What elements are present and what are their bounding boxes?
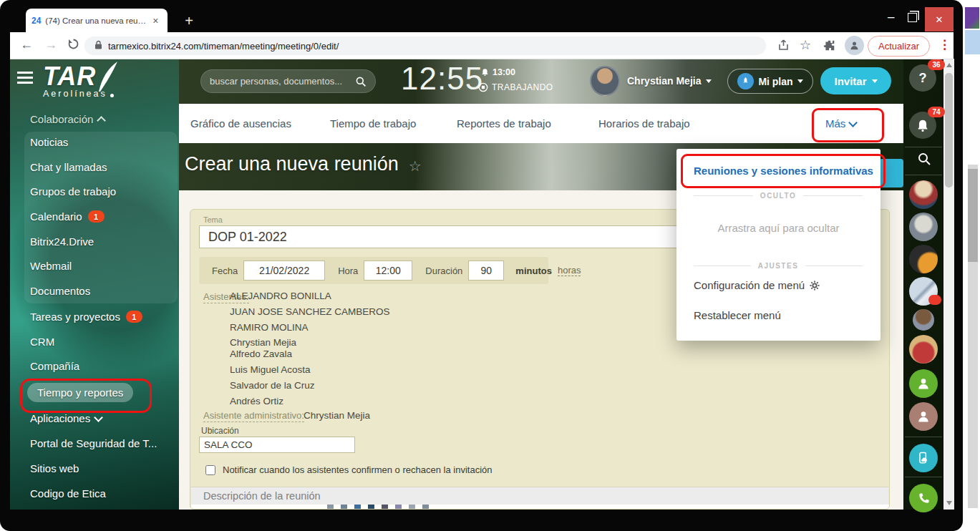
scrollbar-up-arrow[interactable] [946,63,952,67]
user-name-menu[interactable]: Chrystian Mejia [627,75,712,87]
work-clock[interactable]: 12:55 [401,61,483,97]
nav-tab-grafico-ausencias[interactable]: Gráfico de ausencias [190,117,291,130]
back-icon[interactable]: ← [20,37,33,52]
sidebar-item-sitios-web[interactable]: Sitios web [30,462,79,474]
sidebar-item-aplicaciones[interactable]: Aplicaciones [30,412,102,424]
scrollbar-thumb[interactable] [945,73,953,187]
hidden-action-button-fragment[interactable] [879,159,903,187]
sidebar-item-chat[interactable]: Chat y llamadas [30,161,107,173]
actualizar-label: Actualizar [878,41,919,52]
hora-input[interactable] [364,260,412,281]
sidebar-item-portal-seguridad[interactable]: Portal de Seguridad de T... [30,437,157,449]
sidebar-item-label: Noticias [30,136,68,148]
editor-icon[interactable] [422,505,429,510]
sidebar-item-noticias[interactable]: Noticias [30,136,68,148]
contact-person-icon[interactable] [909,369,938,398]
fecha-input[interactable] [243,260,325,281]
asistente-name[interactable]: Alfredo Zavala [230,349,390,364]
browser-menu-dots-icon[interactable]: ⋮ [938,37,951,52]
mi-plan-label: Mi plan [758,76,792,87]
sidebar-item-calendario[interactable]: Calendario 1 [30,210,105,223]
editor-icon[interactable] [368,505,374,510]
contact-person-icon[interactable] [909,402,938,431]
screenshot-root: 24 (74) Crear una nueva reunión × + – ✕ … [0,0,980,531]
window-restore-button[interactable] [908,13,917,22]
scrollbar-down-arrow[interactable] [946,501,952,505]
browser-tab[interactable]: 24 (74) Crear una nueva reunión × [26,9,168,32]
nav-tab-horarios-trabajo[interactable]: Horarios de trabajo [598,117,690,130]
telephony-button[interactable] [909,484,938,512]
work-status-row[interactable]: TRABAJANDO [478,82,553,92]
rail-search-icon[interactable] [917,152,931,169]
tar-logo-subtext: Aerolíneas [43,89,107,99]
chat-avatar[interactable] [909,245,938,273]
hamburger-menu-icon[interactable] [17,72,33,84]
menu-item-label: Configuración de menú [694,279,805,291]
asistente-name[interactable]: Luis Miguel Acosta [230,364,390,380]
asistente-name[interactable]: Andrés Ortiz [230,396,390,411]
asistente-name[interactable]: JUAN JOSE SANCHEZ CAMBEROS [230,306,390,322]
sidebar-item-grupos[interactable]: Grupos de trabajo [30,185,116,198]
actualizar-button[interactable]: Actualizar [868,36,930,57]
editor-icon[interactable] [395,505,402,510]
asistente-name[interactable]: ALEJANDRO BONILLA [230,291,390,306]
extensions-puzzle-icon[interactable] [823,39,835,54]
chat-avatar[interactable] [909,213,938,241]
tar-logo[interactable]: TAR Aerolíneas [43,60,119,99]
favorite-star-icon[interactable]: ☆ [409,157,422,175]
sidebar-item-drive[interactable]: Bitrix24.Drive [30,235,94,248]
sidebar-item-webmail[interactable]: Webmail [30,260,72,272]
sidebar-item-codigo-etica[interactable]: Codigo de Etica [30,487,106,500]
sidebar-item-tareas[interactable]: Tareas y proyectos 1 [30,311,142,323]
chevron-down-icon [797,79,803,83]
sidebar-item-label: Tareas y proyectos [30,311,120,323]
menu-item-reuniones[interactable]: Reuniones y sesiones informativas [694,165,873,177]
share-icon[interactable] [777,39,790,54]
editor-icon[interactable] [409,505,415,510]
menu-item-configuracion[interactable]: Configuración de menú [694,279,820,291]
url-bar[interactable]: tarmexico.bitrix24.com/timeman/meeting/m… [84,36,766,55]
nav-tab-tiempo-trabajo[interactable]: Tiempo de trabajo [330,117,416,130]
bookmark-star-icon[interactable]: ☆ [800,37,811,53]
asistente-name[interactable]: Chrystian Mejia [230,337,390,349]
browser-profile-avatar[interactable] [845,36,864,55]
sidebar-item-documentos[interactable]: Documentos [30,285,90,297]
chat-avatar[interactable] [909,335,938,364]
chat-avatar[interactable] [909,180,938,209]
help-badge: 36 [928,59,945,70]
asistente-name[interactable]: RAMIRO MOLINA [230,322,390,337]
nav-tab-reportes-trabajo[interactable]: Reportes de trabajo [457,117,551,130]
gear-icon [810,281,820,291]
chat-avatar[interactable] [913,309,934,331]
search-input[interactable]: buscar personas, documentos... [200,69,376,93]
ubicacion-input[interactable] [199,437,355,453]
editor-icon[interactable] [341,505,347,510]
duracion-input[interactable] [468,260,504,281]
asistente-administrativo-label[interactable]: Asistente administrativo: [203,410,304,422]
sidebar-section-colaboracion[interactable]: Colaboración [30,113,105,125]
editor-toolbar[interactable] [191,505,890,510]
fecha-label: Fecha [212,266,238,276]
mi-plan-button[interactable]: Mi plan [727,69,813,94]
editor-icon[interactable] [354,505,361,510]
nav-tab-mas[interactable]: Más [825,117,856,130]
menu-item-restablecer[interactable]: Restablecer menú [694,309,781,321]
new-tab-button[interactable]: + [179,11,199,31]
notifications-badge: 74 [928,107,945,117]
reload-icon[interactable] [67,38,79,53]
invitar-button[interactable]: Invitar [820,67,891,94]
window-minimize-button[interactable]: – [888,10,894,24]
editor-icon[interactable] [382,505,388,510]
mobile-app-button[interactable] [909,444,938,472]
sidebar-item-compania[interactable]: Compañía [30,360,79,372]
sidebar-item-crm[interactable]: CRM [30,336,54,348]
sidebar-item-tiempo-y-reportes[interactable]: Tiempo y reportes [27,383,133,402]
user-avatar[interactable] [590,66,620,96]
forward-icon[interactable]: → [44,37,57,52]
asistente-name[interactable]: Salvador de la Cruz [230,380,390,396]
tab-close-icon[interactable]: × [152,15,158,26]
notify-checkbox[interactable] [205,465,215,475]
window-close-button[interactable]: ✕ [925,7,954,31]
horas-unit-link[interactable]: horas [558,265,581,276]
editor-icon[interactable] [327,505,334,510]
